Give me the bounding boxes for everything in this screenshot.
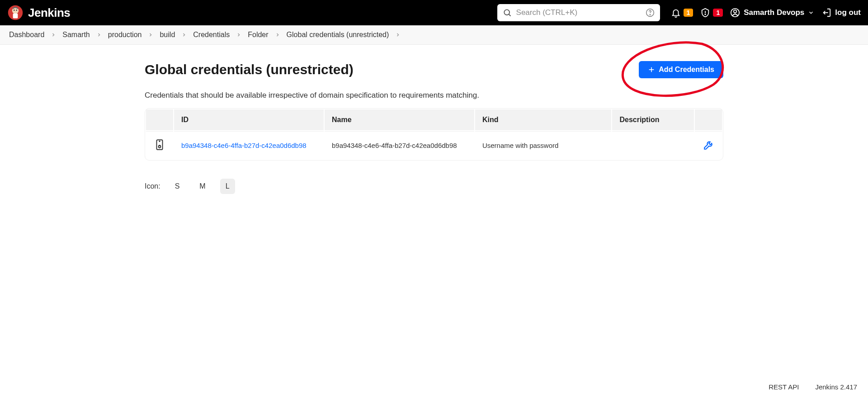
page-header: Global credentials (unrestricted) Add Cr… [145,61,723,78]
chevron-right-icon [96,32,102,38]
table-header-id[interactable]: ID [174,109,324,130]
breadcrumb-item[interactable]: Dashboard [9,31,44,39]
breadcrumb-item[interactable]: Samarth [62,31,90,39]
page-description: Credentials that should be available irr… [145,91,723,100]
wrench-icon[interactable] [703,139,715,151]
search-box[interactable] [497,4,660,21]
table-header-kind[interactable]: Kind [475,109,611,130]
breadcrumb: Dashboard Samarth production build Crede… [0,25,868,45]
breadcrumb-item[interactable]: Folder [248,31,268,39]
help-icon[interactable] [646,8,655,17]
logout-button[interactable]: log out [821,8,861,18]
icon-size-l[interactable]: L [220,179,235,194]
breadcrumb-item[interactable]: build [160,31,175,39]
svg-point-8 [650,14,650,15]
header-actions: 1 1 Samarth Devops log out [671,8,861,18]
add-btn-label: Add Credentials [659,66,714,74]
svg-point-12 [734,10,736,13]
table-header-action [695,109,722,130]
svg-rect-2 [13,14,18,19]
main-content: Global credentials (unrestricted) Add Cr… [145,45,723,194]
security-button[interactable]: 1 [700,8,723,18]
chevron-right-icon [395,32,401,38]
table-header-icon [146,109,173,130]
chevron-right-icon [181,32,187,38]
svg-point-4 [16,9,17,11]
logout-icon [821,8,831,18]
credential-action-cell [695,131,722,159]
credential-name-cell: b9a94348-c4e6-4ffa-b27d-c42ea0d6db98 [325,131,474,159]
add-credentials-button[interactable]: Add Credentials [639,61,723,78]
table-header-row: ID Name Kind Description [146,109,722,130]
jenkins-logo-icon [7,5,24,21]
svg-line-6 [509,14,510,16]
shield-alert-icon [700,8,710,18]
chevron-right-icon [51,32,56,38]
credential-type-icon-cell [146,131,173,159]
icon-size-selector: Icon: S M L [145,179,723,194]
svg-point-3 [14,9,15,11]
credential-id-link[interactable]: b9a94348-c4e6-4ffa-b27d-c42ea0d6db98 [181,142,307,149]
top-header: Jenkins 1 1 Samarth Devops [0,0,868,25]
brand-text: Jenkins [28,6,70,20]
notif-badge: 1 [684,9,693,17]
chevron-right-icon [275,32,280,38]
chevron-down-icon [808,9,814,16]
chevron-right-icon [236,32,241,38]
svg-point-5 [504,9,509,15]
table-header-description[interactable]: Description [612,109,694,130]
icon-size-m[interactable]: M [194,179,211,194]
table-row: b9a94348-c4e6-4ffa-b27d-c42ea0d6db98 b9a… [146,131,722,159]
search-icon [503,8,512,17]
breadcrumb-item[interactable]: Global credentials (unrestricted) [287,31,389,39]
user-name: Samarth Devops [744,8,804,17]
breadcrumb-item[interactable]: production [108,31,142,39]
user-menu[interactable]: Samarth Devops [730,8,814,18]
logo[interactable]: Jenkins [7,5,70,21]
credentials-table: ID Name Kind Description b9a9434 [145,108,723,161]
svg-point-18 [159,141,160,142]
notifications-button[interactable]: 1 [671,8,693,18]
user-circle-icon [730,8,740,18]
page-title: Global credentials (unrestricted) [145,62,354,77]
icon-size-label: Icon: [145,182,160,190]
logout-label: log out [835,8,861,17]
plus-icon [648,66,655,73]
svg-point-10 [705,14,706,14]
security-badge: 1 [713,9,723,17]
credential-icon [154,139,165,151]
credential-kind-cell: Username with password [475,131,611,159]
icon-size-s[interactable]: S [170,179,185,194]
search-input[interactable] [516,8,641,17]
credential-description-cell [612,131,694,159]
credential-id-cell: b9a94348-c4e6-4ffa-b27d-c42ea0d6db98 [174,131,324,159]
breadcrumb-item[interactable]: Credentials [193,31,230,39]
table-header-name[interactable]: Name [325,109,474,130]
bell-icon [671,8,681,18]
chevron-right-icon [148,32,153,38]
